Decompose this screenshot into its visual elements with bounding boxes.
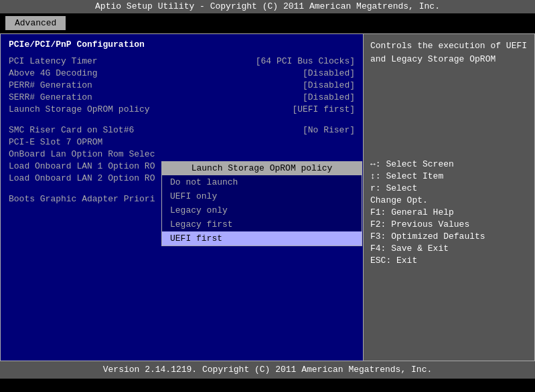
label-latency: PCI Latency Timer xyxy=(9,56,98,66)
label-riser: SMC Riser Card on Slot#6 xyxy=(9,125,134,135)
dropdown-popup: Launch Storage OpROM policy Do not launc… xyxy=(161,161,362,246)
top-bar-text: Aptio Setup Utility - Copyright (C) 2011… xyxy=(95,1,440,11)
config-row-serr: SERR# Generation [Disabled] xyxy=(9,92,355,102)
help-text: Controls the execution of UEFI and Legac… xyxy=(370,39,528,66)
value-latency: [64 PCI Bus Clocks] xyxy=(256,56,355,66)
value-launch: [UEFI first] xyxy=(292,104,355,114)
label-pcie7: PCI-E Slot 7 OPROM xyxy=(9,137,102,147)
key-change-opt: Change Opt. xyxy=(370,195,528,205)
label-lan2: Load Onboard LAN 2 Option RO xyxy=(9,173,155,183)
key-select: r: Select xyxy=(370,183,528,193)
config-row-4g: Above 4G Decoding [Disabled] xyxy=(9,68,355,78)
label-lan1: Load Onboard LAN 1 Option RO xyxy=(9,161,155,171)
label-4g: Above 4G Decoding xyxy=(9,68,98,78)
config-row-launch[interactable]: Launch Storage OpROM policy [UEFI first] xyxy=(9,104,355,114)
dropdown-item-1[interactable]: UEFI only xyxy=(162,189,362,203)
bottom-bar-text: Version 2.14.1219. Copyright (C) 2011 Am… xyxy=(103,365,432,375)
config-row-riser: SMC Riser Card on Slot#6 [No Riser] xyxy=(9,125,355,135)
tab-advanced[interactable]: Advanced xyxy=(5,16,66,30)
key-f3: F3: Optimized Defaults xyxy=(370,231,528,241)
keys-section: ↔: Select Screen ↕: Select Item r: Selec… xyxy=(370,159,528,266)
value-perr: [Disabled] xyxy=(303,80,355,90)
key-select-screen: ↔: Select Screen xyxy=(370,159,528,169)
key-select-item: ↕: Select Item xyxy=(370,171,528,181)
dropdown-item-3[interactable]: Legacy first xyxy=(162,217,362,231)
bottom-bar: Version 2.14.1219. Copyright (C) 2011 Am… xyxy=(0,361,535,379)
right-panel: Controls the execution of UEFI and Legac… xyxy=(364,34,534,361)
label-boots: Boots Graphic Adapter Priori xyxy=(9,194,155,204)
key-f1: F1: General Help xyxy=(370,207,528,217)
value-riser: [No Riser] xyxy=(303,125,355,135)
section-title: PCIe/PCI/PnP Configuration xyxy=(9,39,355,50)
left-panel: PCIe/PCI/PnP Configuration PCI Latency T… xyxy=(1,34,364,361)
label-launch: Launch Storage OpROM policy xyxy=(9,104,150,114)
key-f2: F2: Previous Values xyxy=(370,219,528,229)
config-row-latency: PCI Latency Timer [64 PCI Bus Clocks] xyxy=(9,56,355,66)
dropdown-title: Launch Storage OpROM policy xyxy=(162,162,362,175)
key-f4: F4: Save & Exit xyxy=(370,243,528,254)
key-esc: ESC: Exit xyxy=(370,256,528,266)
label-serr: SERR# Generation xyxy=(9,92,92,102)
config-row-perr: PERR# Generation [Disabled] xyxy=(9,80,355,90)
config-row-pcie7: PCI-E Slot 7 OPROM xyxy=(9,137,355,147)
label-perr: PERR# Generation xyxy=(9,80,92,90)
value-serr: [Disabled] xyxy=(303,92,355,102)
tab-row: Advanced xyxy=(0,13,535,33)
main-area: PCIe/PCI/PnP Configuration PCI Latency T… xyxy=(0,33,535,361)
value-4g: [Disabled] xyxy=(303,68,355,78)
dropdown-item-0[interactable]: Do not launch xyxy=(162,175,362,189)
top-bar: Aptio Setup Utility - Copyright (C) 2011… xyxy=(0,0,535,13)
dropdown-item-4[interactable]: UEFI first xyxy=(162,231,362,246)
label-onboard-lan: OnBoard Lan Option Rom Selec xyxy=(9,149,155,159)
dropdown-item-2[interactable]: Legacy only xyxy=(162,203,362,217)
config-row-onboard-lan: OnBoard Lan Option Rom Selec xyxy=(9,149,355,159)
